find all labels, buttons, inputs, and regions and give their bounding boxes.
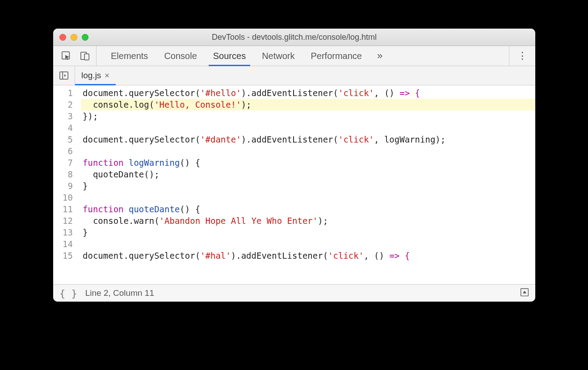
statusbar-right (520, 288, 529, 299)
svg-rect-2 (84, 54, 89, 60)
line-number: 10 (53, 192, 73, 203)
line-number: 6 (53, 145, 73, 157)
cursor-position: Line 2, Column 11 (85, 288, 154, 298)
code-line[interactable] (81, 122, 535, 134)
code-line[interactable]: console.log('Hello, Console!'); (81, 99, 535, 110)
line-number: 4 (53, 122, 73, 134)
tab-performance[interactable]: Performance (303, 46, 370, 66)
line-number: 15 (53, 250, 73, 261)
file-tab-bar: log.js × (53, 66, 535, 85)
devtools-toolbar: Elements Console Sources Network Perform… (53, 46, 535, 66)
navigator-toggle-button[interactable] (53, 66, 75, 85)
window-title: DevTools - devtools.glitch.me/console/lo… (53, 33, 535, 42)
line-number: 2 (53, 99, 73, 110)
code-line[interactable]: quoteDante(); (81, 168, 535, 180)
file-tab-label: log.js (81, 71, 101, 80)
code-line[interactable] (81, 238, 535, 250)
code-line[interactable]: }); (81, 110, 535, 122)
code-content[interactable]: document.querySelector('#hello').addEven… (77, 85, 535, 284)
code-line[interactable] (81, 192, 535, 203)
line-number: 3 (53, 110, 73, 122)
file-tab-logjs[interactable]: log.js × (75, 66, 116, 85)
devtools-window: DevTools - devtools.glitch.me/console/lo… (53, 29, 535, 302)
line-number-gutter: 123456789101112131415 (53, 85, 77, 284)
maximize-window-button[interactable] (82, 34, 88, 41)
code-line[interactable]: function quoteDante() { (81, 203, 535, 215)
code-line[interactable]: } (81, 227, 535, 238)
devtools-menu-button[interactable]: ⋮ (509, 46, 535, 66)
device-toggle-icon[interactable] (80, 51, 90, 61)
line-number: 12 (53, 215, 73, 227)
svg-rect-3 (60, 72, 68, 80)
line-number: 5 (53, 134, 73, 145)
code-line[interactable]: console.warn('Abandon Hope All Ye Who En… (81, 215, 535, 227)
code-line[interactable]: document.querySelector('#hal').addEventL… (81, 250, 535, 261)
code-line[interactable]: document.querySelector('#dante').addEven… (81, 134, 535, 145)
panel-tabs: Elements Console Sources Network Perform… (97, 46, 509, 66)
toolbar-icon-group (53, 46, 97, 66)
code-line[interactable]: document.querySelector('#hello').addEven… (81, 87, 535, 99)
tab-elements[interactable]: Elements (103, 46, 156, 66)
statusbar: { } Line 2, Column 11 (53, 284, 535, 302)
code-line[interactable] (81, 145, 535, 157)
line-number: 14 (53, 238, 73, 250)
code-line[interactable]: function logWarning() { (81, 157, 535, 168)
line-number: 11 (53, 203, 73, 215)
tab-console[interactable]: Console (156, 46, 205, 66)
window-traffic-lights (53, 34, 88, 41)
element-picker-icon[interactable] (61, 51, 71, 61)
window-titlebar[interactable]: DevTools - devtools.glitch.me/console/lo… (53, 29, 535, 46)
minimize-window-button[interactable] (71, 34, 77, 41)
code-line[interactable]: } (81, 180, 535, 192)
line-number: 7 (53, 157, 73, 168)
line-number: 9 (53, 180, 73, 192)
tab-sources[interactable]: Sources (205, 46, 254, 66)
more-tabs-button[interactable]: » (370, 46, 390, 66)
pretty-print-button[interactable]: { } (59, 288, 77, 299)
tab-network[interactable]: Network (254, 46, 302, 66)
coverage-toggle-icon[interactable] (520, 288, 529, 299)
close-file-tab-icon[interactable]: × (105, 71, 109, 80)
code-editor[interactable]: 123456789101112131415 document.querySele… (53, 85, 535, 284)
close-window-button[interactable] (59, 34, 66, 41)
line-number: 8 (53, 168, 73, 180)
line-number: 13 (53, 227, 73, 238)
line-number: 1 (53, 87, 73, 99)
